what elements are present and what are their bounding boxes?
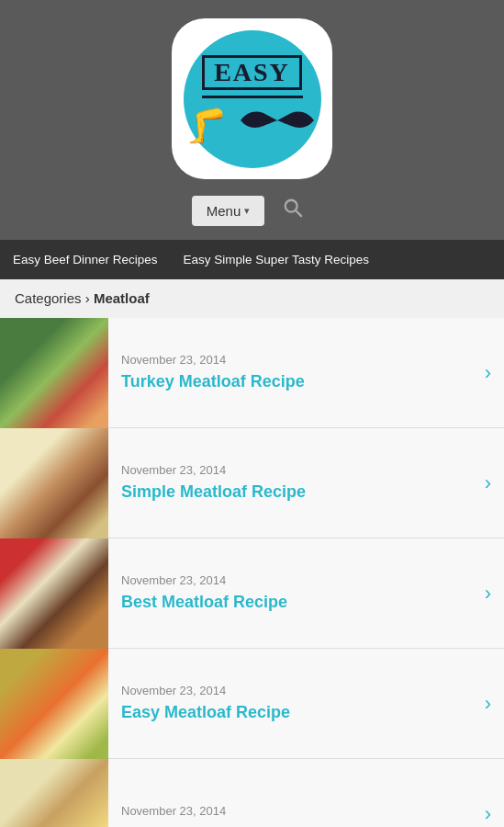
recipe-item-0[interactable]: November 23, 2014 Turkey Meatloaf Recipe… bbox=[0, 318, 504, 428]
search-button[interactable] bbox=[274, 192, 312, 229]
recipe-date-2: November 23, 2014 bbox=[121, 573, 472, 587]
menu-button[interactable]: Menu ▾ bbox=[192, 196, 265, 226]
recipe-arrow-0: › bbox=[485, 361, 504, 385]
menu-chevron-icon: ▾ bbox=[244, 205, 250, 217]
recipe-item-4[interactable]: November 23, 2014 › bbox=[0, 759, 504, 827]
nav-tab-beef[interactable]: Easy Beef Dinner Recipes bbox=[0, 240, 171, 279]
recipe-title-3: Easy Meatloaf Recipe bbox=[121, 703, 472, 723]
menu-label: Menu bbox=[207, 203, 241, 219]
recipe-arrow-2: › bbox=[485, 582, 504, 606]
recipe-thumbnail-0 bbox=[0, 318, 108, 428]
toolbar: Menu ▾ bbox=[192, 192, 313, 229]
nav-tabs: Easy Beef Dinner Recipes Easy Simple Sup… bbox=[0, 240, 504, 279]
app-header: EASY 🦵 Menu ▾ bbox=[0, 0, 504, 240]
breadcrumb-bar: Categories › Meatloaf bbox=[0, 279, 504, 318]
recipe-info-3: November 23, 2014 Easy Meatloaf Recipe bbox=[108, 684, 485, 723]
recipe-info-4: November 23, 2014 bbox=[108, 804, 485, 823]
breadcrumb-current: Meatloaf bbox=[94, 290, 150, 306]
recipe-arrow-1: › bbox=[485, 471, 504, 495]
recipe-title-1: Simple Meatloaf Recipe bbox=[121, 482, 472, 503]
recipe-thumbnail-4 bbox=[0, 759, 108, 828]
logo-mustache-icon: 🦵 bbox=[185, 104, 319, 142]
recipe-date-1: November 23, 2014 bbox=[121, 463, 472, 477]
recipe-item-1[interactable]: November 23, 2014 Simple Meatloaf Recipe… bbox=[0, 428, 504, 538]
nav-tab-beef-label: Easy Beef Dinner Recipes bbox=[13, 253, 158, 266]
recipe-arrow-3: › bbox=[485, 692, 504, 716]
recipe-date-0: November 23, 2014 bbox=[121, 353, 472, 367]
recipe-item-3[interactable]: November 23, 2014 Easy Meatloaf Recipe › bbox=[0, 649, 504, 759]
breadcrumb: Categories › Meatloaf bbox=[15, 290, 150, 306]
recipe-thumbnail-1 bbox=[0, 428, 108, 538]
logo-text: EASY bbox=[202, 55, 302, 90]
nav-tab-tasty-label: Easy Simple Super Tasty Recipes bbox=[184, 253, 369, 266]
recipe-list: November 23, 2014 Turkey Meatloaf Recipe… bbox=[0, 318, 504, 827]
recipe-info-0: November 23, 2014 Turkey Meatloaf Recipe bbox=[108, 353, 485, 392]
logo-divider bbox=[202, 96, 303, 98]
nav-tab-tasty[interactable]: Easy Simple Super Tasty Recipes bbox=[171, 240, 382, 279]
recipe-title-0: Turkey Meatloaf Recipe bbox=[121, 372, 472, 392]
app-logo: EASY 🦵 bbox=[172, 18, 332, 179]
recipe-date-4: November 23, 2014 bbox=[121, 804, 472, 818]
recipe-arrow-4: › bbox=[485, 802, 504, 826]
svg-line-1 bbox=[296, 210, 301, 216]
recipe-info-2: November 23, 2014 Best Meatloaf Recipe bbox=[108, 573, 485, 613]
recipe-info-1: November 23, 2014 Simple Meatloaf Recipe bbox=[108, 463, 485, 503]
logo-circle: EASY 🦵 bbox=[184, 30, 321, 168]
breadcrumb-separator: › bbox=[82, 290, 94, 306]
recipe-thumbnail-3 bbox=[0, 649, 108, 759]
recipe-item-2[interactable]: November 23, 2014 Best Meatloaf Recipe › bbox=[0, 538, 504, 649]
mustache-svg bbox=[236, 104, 319, 137]
breadcrumb-categories[interactable]: Categories bbox=[15, 290, 82, 306]
recipe-date-3: November 23, 2014 bbox=[121, 684, 472, 697]
recipe-title-2: Best Meatloaf Recipe bbox=[121, 593, 472, 613]
recipe-thumbnail-2 bbox=[0, 538, 108, 649]
search-icon bbox=[283, 198, 303, 218]
